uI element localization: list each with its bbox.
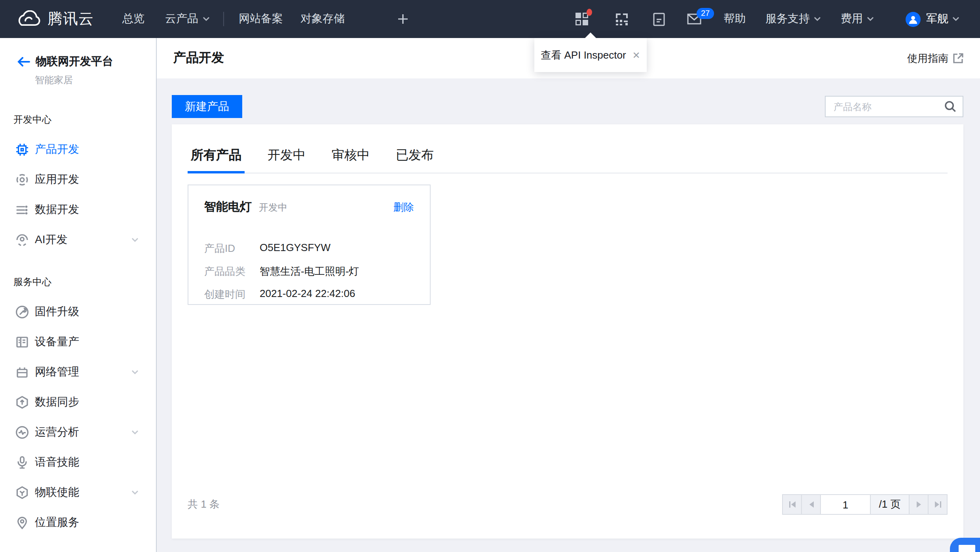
- plus-icon[interactable]: [397, 13, 408, 25]
- chevron-down-icon: [867, 17, 874, 21]
- nav-help[interactable]: 帮助: [724, 12, 746, 26]
- prev-page-button[interactable]: [801, 494, 821, 515]
- project-name: 智能家居: [35, 74, 156, 87]
- search-input[interactable]: [826, 97, 944, 116]
- sidebar-item-location-service[interactable]: 位置服务: [0, 508, 156, 538]
- product-status: 开发中: [259, 201, 287, 215]
- tooltip-text: 查看 API Inspector: [541, 48, 626, 62]
- mail-icon[interactable]: 27: [687, 13, 701, 25]
- sidebar-item-app-dev[interactable]: 应用开发: [0, 165, 156, 195]
- tab-in-development[interactable]: 开发中: [264, 147, 309, 173]
- api-inspector-tooltip: 查看 API Inspector ✕: [534, 38, 647, 72]
- nav-billing[interactable]: 费用: [841, 12, 874, 26]
- product-name[interactable]: 智能电灯: [204, 200, 252, 215]
- console-title: 物联网开发平台: [36, 55, 113, 69]
- chevron-down-icon: [202, 17, 209, 21]
- nav-divider: [223, 12, 224, 26]
- hexagon-icon: [15, 485, 29, 500]
- sync-shield-icon: [15, 395, 29, 409]
- nav-icp-filing[interactable]: 网站备案: [239, 12, 283, 26]
- mail-badge: 27: [697, 8, 714, 19]
- page-number-input[interactable]: [820, 494, 871, 515]
- app-root: 腾讯云 总览 云产品 网站备案 对象存储: [0, 0, 980, 552]
- apps-grid-icon[interactable]: [575, 12, 589, 26]
- product-card[interactable]: 智能电灯 开发中 删除 产品ID O5E1GYSFYW 产品品类 智慧生活-电工…: [188, 185, 431, 305]
- avatar[interactable]: [906, 11, 921, 27]
- app-target-icon: [15, 173, 29, 187]
- first-page-button[interactable]: [782, 494, 802, 515]
- chevron-down-icon: [131, 490, 139, 495]
- chip-icon: [15, 143, 29, 157]
- tabs: 所有产品 开发中 审核中 已发布: [188, 124, 948, 173]
- field-row-category: 产品品类 智慧生活-电工照明-灯: [204, 265, 414, 279]
- microphone-icon: [15, 455, 29, 470]
- back-arrow-icon: [17, 57, 30, 67]
- sidebar-header: 物联网开发平台 智能家居: [0, 38, 156, 87]
- sidebar-item-firmware-upgrade[interactable]: 固件升级: [0, 297, 156, 327]
- product-card-header: 智能电灯 开发中 删除: [204, 200, 414, 215]
- tab-all-products[interactable]: 所有产品: [188, 147, 245, 173]
- chevron-down-icon: [131, 238, 139, 242]
- sidebar-item-data-dev[interactable]: 数据开发: [0, 195, 156, 225]
- usage-guide-link[interactable]: 使用指南: [907, 51, 963, 65]
- ai-lens-icon: [15, 233, 29, 247]
- sidebar: 物联网开发平台 智能家居 开发中心 产品开发 应用开发: [0, 38, 157, 552]
- toolbar: 新建产品: [172, 95, 963, 118]
- pulse-circle-icon: [15, 425, 29, 440]
- chevron-down-icon: [952, 17, 959, 21]
- sidebar-item-ai-dev[interactable]: AI开发: [0, 225, 156, 255]
- sidebar-item-ops-analysis[interactable]: 运营分析: [0, 417, 156, 447]
- close-icon[interactable]: ✕: [632, 49, 640, 61]
- page-total-label: /1 页: [870, 494, 910, 515]
- section-label-dev-center: 开发中心: [13, 113, 156, 127]
- tab-published[interactable]: 已发布: [393, 147, 437, 173]
- last-page-button[interactable]: [928, 494, 948, 515]
- external-link-icon: [948, 53, 963, 63]
- sidebar-item-network-mgmt[interactable]: 网络管理: [0, 357, 156, 387]
- sidebar-item-voice-skills[interactable]: 语音技能: [0, 447, 156, 478]
- brand-name: 腾讯云: [47, 9, 94, 29]
- sidebar-item-product-dev[interactable]: 产品开发: [0, 135, 156, 165]
- field-row-created-at: 创建时间 2021-02-24 22:42:06: [204, 287, 414, 302]
- sidebar-item-data-sync[interactable]: 数据同步: [0, 387, 156, 417]
- chevron-down-icon: [814, 17, 821, 21]
- nav-cloud-products[interactable]: 云产品: [165, 12, 209, 26]
- content-area: 新建产品 所有产品 开发中 审核中 已发布 智能电灯 开发中: [157, 78, 980, 552]
- network-box-icon: [15, 365, 29, 379]
- document-icon[interactable]: [653, 12, 665, 26]
- sidebar-item-iot-enable[interactable]: 物联使能: [0, 478, 156, 508]
- chat-widget-button[interactable]: [950, 538, 980, 552]
- tencent-cloud-logo-icon: [16, 10, 41, 28]
- nav-overview[interactable]: 总览: [122, 12, 144, 26]
- notification-dot: [587, 9, 592, 16]
- search-icon[interactable]: [944, 101, 956, 112]
- chevron-down-icon: [131, 370, 139, 375]
- new-product-button[interactable]: 新建产品: [172, 95, 242, 118]
- top-nav: 总览 云产品 网站备案 对象存储: [122, 12, 408, 26]
- tab-under-review[interactable]: 审核中: [329, 147, 373, 173]
- topbar-right: 27 帮助 服务支持 费用 军舰: [575, 11, 980, 27]
- chevron-down-icon: [131, 430, 139, 435]
- map-pin-icon: [15, 516, 29, 530]
- delete-link[interactable]: 删除: [393, 200, 414, 215]
- field-row-product-id: 产品ID O5E1GYSFYW: [204, 242, 414, 256]
- section-label-service-center: 服务中心: [13, 276, 156, 289]
- brand-logo[interactable]: 腾讯云: [0, 9, 94, 29]
- wrench-circle-icon: [15, 305, 29, 319]
- nav-support[interactable]: 服务支持: [765, 12, 821, 26]
- spec-sheet-icon: [15, 335, 29, 349]
- product-search-box: [825, 96, 963, 117]
- sidebar-back[interactable]: 物联网开发平台: [17, 55, 156, 69]
- total-count: 共 1 条: [188, 497, 220, 512]
- sidebar-item-mass-production[interactable]: 设备量产: [0, 327, 156, 357]
- user-menu[interactable]: 军舰: [926, 12, 959, 26]
- next-page-button[interactable]: [909, 494, 929, 515]
- product-fields: 产品ID O5E1GYSFYW 产品品类 智慧生活-电工照明-灯 创建时间 20…: [204, 242, 414, 302]
- qr-scan-icon[interactable]: [615, 12, 629, 26]
- pagination: /1 页: [782, 494, 948, 515]
- topbar: 腾讯云 总览 云产品 网站备案 对象存储: [0, 0, 980, 38]
- panel-footer: 共 1 条 /1 页: [188, 494, 948, 515]
- data-flow-icon: [15, 203, 29, 217]
- nav-object-storage[interactable]: 对象存储: [300, 12, 345, 26]
- page-title: 产品开发: [173, 50, 224, 67]
